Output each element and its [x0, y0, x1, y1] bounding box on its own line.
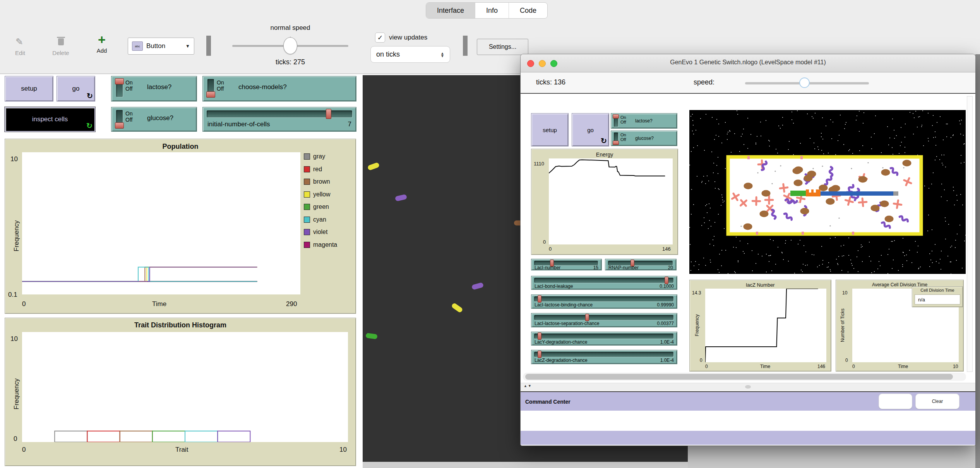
slider-knob[interactable]: [326, 109, 331, 119]
tab-interface[interactable]: Interface: [426, 3, 475, 18]
legend-item-yellow: yellow: [304, 191, 330, 198]
right-edge-scroll-area[interactable]: [975, 54, 980, 468]
cell[interactable]: [367, 162, 380, 170]
speed-label: speed:: [694, 78, 714, 86]
splitter-arrows-icon[interactable]: ▲▼: [524, 384, 532, 388]
legend-swatch: [304, 166, 310, 172]
settings-button[interactable]: Settings...: [477, 39, 528, 55]
slider-knob[interactable]: [585, 314, 589, 321]
inspect-cells-button[interactable]: inspect cells ↻: [5, 107, 95, 132]
widget-type-select[interactable]: abc Button ▼: [128, 38, 194, 55]
slider-label: LacY-degradation-chance: [535, 339, 587, 345]
y-max-label: 1110: [534, 161, 544, 167]
y-min-label: 0: [845, 358, 848, 363]
population-series: [22, 152, 300, 294]
slider-value: 0.99990: [657, 302, 674, 308]
slider-groove[interactable]: [534, 352, 673, 357]
switch-knob[interactable]: [115, 122, 124, 129]
lactose-switch[interactable]: OnOff lactose?: [611, 113, 677, 129]
nutrient-molecule: [885, 216, 894, 222]
window-titlebar[interactable]: GenEvo 1 Genetic Switch.nlogo (LevelSpac…: [521, 54, 975, 72]
switch-toggle[interactable]: [207, 79, 214, 97]
lacz-degradation-chance-slider[interactable]: LacZ-degradation-chance1.0E-4: [531, 350, 677, 364]
switch-knob[interactable]: [115, 78, 124, 84]
switch-toggle[interactable]: [116, 79, 123, 97]
horizontal-scrollbar-thumb[interactable]: [525, 374, 953, 380]
switch-toggle[interactable]: [614, 115, 618, 127]
legend-item-cyan: cyan: [304, 216, 326, 223]
view-updates-checkbox[interactable]: ✓: [375, 33, 385, 43]
view-updates-control[interactable]: ✓ view updates: [375, 33, 427, 43]
choose-models-switch[interactable]: OnOff choose-models?: [202, 76, 356, 102]
on-label: On: [125, 110, 133, 117]
toolbar-separator: [206, 36, 211, 56]
rnap-number-slider[interactable]: RNAP-number20: [605, 259, 677, 270]
series-yellow: [22, 267, 257, 282]
vertical-scrollbar[interactable]: [967, 96, 973, 372]
slider-value: 0.1000: [660, 284, 674, 289]
command-center-output[interactable]: [521, 411, 975, 432]
genevo-window: GenEvo 1 Genetic Switch.nlogo (LevelSpac…: [521, 54, 975, 446]
switch-name: lactose?: [635, 118, 653, 124]
edit-button[interactable]: ✎ Edit: [12, 34, 29, 56]
genevo-world-view[interactable]: [689, 110, 966, 274]
glucose-switch[interactable]: OnOff glucose?: [611, 131, 677, 146]
switch-knob[interactable]: [613, 141, 619, 145]
legend-swatch: [304, 217, 310, 223]
slider-knob[interactable]: [538, 332, 541, 340]
cell[interactable]: [471, 282, 484, 290]
clear-button[interactable]: Clear: [915, 394, 959, 409]
laci-bond-leakage-slider[interactable]: LacI-bond-leakage0.1000: [531, 276, 677, 290]
window-speed-slider-knob[interactable]: [799, 77, 810, 88]
slider-knob[interactable]: [538, 351, 541, 358]
laci-lactose-separation-chance-slider[interactable]: LacI-lactose-separation-chance0.00377: [531, 313, 677, 327]
go-button[interactable]: go ↻: [57, 76, 95, 102]
switch-toggle[interactable]: [614, 132, 618, 144]
setup-button[interactable]: setup: [531, 113, 569, 146]
command-center-blank-button[interactable]: [879, 394, 912, 409]
slider-value: 1.0E-4: [660, 358, 674, 363]
delete-button[interactable]: Delete: [51, 34, 70, 56]
lacy-degradation-chance-slider[interactable]: LacY-degradation-chance1.0E-4: [531, 332, 677, 346]
speed-slider-knob[interactable]: [283, 37, 297, 54]
cell[interactable]: [451, 303, 463, 313]
slider-groove[interactable]: [534, 315, 673, 320]
lactose-switch[interactable]: OnOff lactose?: [111, 76, 197, 102]
go-button[interactable]: go ↻: [572, 113, 609, 146]
tab-info[interactable]: Info: [475, 3, 509, 18]
slider-label: LacI-lactose-separation-chance: [535, 321, 599, 326]
nutrient-molecule: [762, 190, 771, 197]
laci-number-slider[interactable]: LacI-number15: [531, 259, 602, 270]
lacz-series: [705, 289, 826, 362]
dna-operator: [806, 189, 821, 196]
slider-knob[interactable]: [538, 295, 541, 303]
slider-groove[interactable]: [534, 334, 673, 339]
add-button[interactable]: + Add: [92, 32, 111, 54]
initial-number-of-cells-slider[interactable]: initial-number-of-cells 7: [202, 107, 356, 132]
y-max-label: 10: [10, 155, 18, 163]
cell[interactable]: [395, 194, 407, 201]
switch-toggle[interactable]: [116, 110, 123, 128]
tab-code[interactable]: Code: [509, 3, 547, 18]
button-widget-icon: abc: [132, 41, 143, 51]
splitter-handle-icon[interactable]: [745, 385, 751, 389]
legend-label: violet: [313, 229, 327, 236]
switch-knob[interactable]: [206, 91, 215, 98]
bottom-strip: [363, 462, 688, 468]
y-min-label: 0: [700, 358, 702, 363]
off-label: Off: [125, 86, 133, 92]
switch-knob[interactable]: [613, 114, 619, 119]
slider-groove[interactable]: [534, 278, 673, 283]
setup-button[interactable]: setup: [5, 76, 53, 102]
cell[interactable]: [365, 333, 378, 339]
widget-type-value: Button: [146, 42, 182, 50]
update-mode-select[interactable]: on ticks ▲▼: [370, 46, 450, 63]
laci-lactose-binding-chance-slider[interactable]: LacI-lactose-binding-chance0.99990: [531, 294, 677, 309]
on-label: On: [125, 79, 133, 86]
edit-label: Edit: [12, 50, 29, 56]
slider-value: 0.00377: [657, 321, 674, 326]
glucose-switch[interactable]: OnOff glucose?: [111, 107, 197, 132]
slider-knob[interactable]: [665, 277, 668, 284]
slider-groove[interactable]: [534, 296, 673, 301]
nutrient-molecule: [880, 201, 889, 207]
